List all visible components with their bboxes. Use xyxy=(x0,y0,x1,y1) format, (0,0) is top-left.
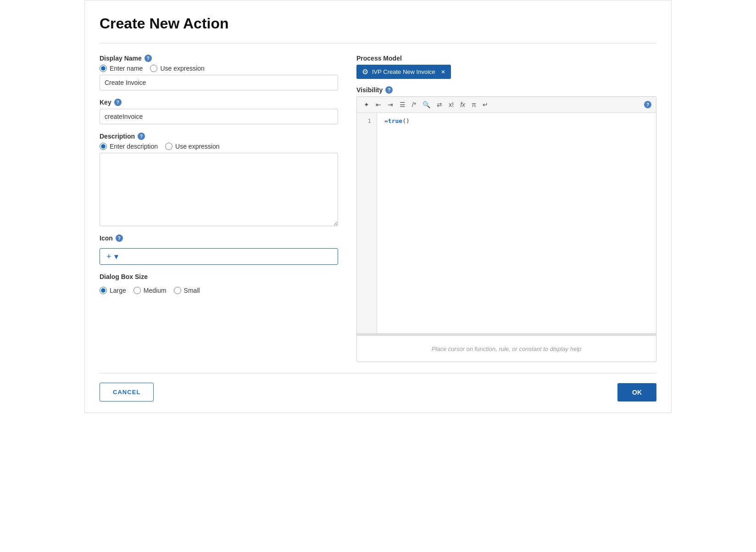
icon-add-button[interactable]: + ▾ xyxy=(100,248,338,265)
description-expression-radio[interactable]: Use expression xyxy=(165,143,220,150)
dialog-footer: CANCEL OK xyxy=(100,373,656,413)
create-action-dialog: Create New Action Display Name ? Enter n… xyxy=(84,0,672,413)
size-large-radio[interactable]: Large xyxy=(100,287,126,294)
right-column: Process Model ⚙ IVP Create New Invoice ✕… xyxy=(356,55,656,362)
process-model-label: Process Model xyxy=(356,55,656,62)
display-name-enter-name-radio[interactable]: Enter name xyxy=(100,65,143,72)
toolbar-fx-btn[interactable]: fx xyxy=(458,100,467,110)
content-row: Display Name ? Enter name Use expression xyxy=(100,55,656,362)
left-column: Display Name ? Enter name Use expression xyxy=(100,55,338,362)
description-textarea[interactable] xyxy=(100,153,338,226)
line-numbers: 1 xyxy=(357,113,377,333)
code-area: 1 =true() xyxy=(357,113,656,333)
size-medium-radio[interactable]: Medium xyxy=(133,287,167,294)
code-content[interactable]: =true() xyxy=(377,113,656,333)
key-help-icon[interactable]: ? xyxy=(114,99,122,106)
icon-help-icon[interactable]: ? xyxy=(116,234,123,242)
visibility-label: Visibility ? xyxy=(356,86,656,94)
description-field: Description ? Enter description Use expr… xyxy=(100,133,338,226)
toolbar-search-btn[interactable]: 🔍 xyxy=(420,100,433,110)
icon-section: Icon ? + ▾ xyxy=(100,234,338,265)
icon-btn-chevron: ▾ xyxy=(114,251,118,262)
key-label: Key ? xyxy=(100,99,338,106)
header-divider xyxy=(100,43,656,44)
toolbar-comment-btn[interactable]: /* xyxy=(410,100,418,110)
editor-help-text: Place cursor on function, rule, or const… xyxy=(357,336,656,362)
description-help-icon[interactable]: ? xyxy=(138,133,145,140)
display-name-field: Display Name ? Enter name Use expression xyxy=(100,55,338,90)
page-title: Create New Action xyxy=(100,15,656,32)
toolbar-help-icon[interactable]: ? xyxy=(644,101,651,108)
toolbar-indent-left-btn[interactable]: ⇤ xyxy=(373,100,384,110)
visibility-help-icon[interactable]: ? xyxy=(385,86,393,94)
dialog-size-radio-group: Large Medium Small xyxy=(100,287,338,294)
key-input[interactable] xyxy=(100,109,338,124)
toolbar-pi-btn[interactable]: π xyxy=(469,100,478,110)
toolbar-xi-btn[interactable]: x! xyxy=(446,100,456,110)
toolbar-indent-right-btn[interactable]: ⇥ xyxy=(385,100,395,110)
editor-toolbar: ✦ ⇤ ⇥ ☰ /* 🔍 ⇄ x! fx π ↵ ? xyxy=(357,97,656,113)
key-field: Key ? xyxy=(100,99,338,124)
cancel-button[interactable]: CANCEL xyxy=(100,383,154,401)
process-model-tag: ⚙ IVP Create New Invoice ✕ xyxy=(356,65,656,79)
display-name-use-expression-radio[interactable]: Use expression xyxy=(150,65,205,72)
icon-label: Icon ? xyxy=(100,234,338,242)
toolbar-swap-btn[interactable]: ⇄ xyxy=(434,100,445,110)
display-name-input[interactable] xyxy=(100,75,338,90)
process-model-icon: ⚙ xyxy=(362,67,368,76)
size-small-radio[interactable]: Small xyxy=(174,287,200,294)
toolbar-return-btn[interactable]: ↵ xyxy=(480,100,490,110)
code-editor: ✦ ⇤ ⇥ ☰ /* 🔍 ⇄ x! fx π ↵ ? xyxy=(356,96,656,362)
visibility-section: Visibility ? ✦ ⇤ ⇥ ☰ /* 🔍 ⇄ x! fx xyxy=(356,86,656,362)
process-model-field: Process Model ⚙ IVP Create New Invoice ✕ xyxy=(356,55,656,79)
dialog-size-section: Dialog Box Size Large Medium Small xyxy=(100,273,338,297)
display-name-label: Display Name ? xyxy=(100,55,338,62)
toolbar-list-btn[interactable]: ☰ xyxy=(397,100,408,110)
display-name-help-icon[interactable]: ? xyxy=(145,55,152,62)
process-model-remove-button[interactable]: ✕ xyxy=(441,69,445,75)
description-radio-group: Enter description Use expression xyxy=(100,143,338,150)
description-enter-radio[interactable]: Enter description xyxy=(100,143,158,150)
display-name-radio-group: Enter name Use expression xyxy=(100,65,338,72)
toolbar-magic-btn[interactable]: ✦ xyxy=(361,100,372,110)
process-model-tag-text: IVP Create New Invoice xyxy=(372,68,435,75)
description-label: Description ? xyxy=(100,133,338,140)
dialog-size-label: Dialog Box Size xyxy=(100,273,338,280)
ok-button[interactable]: OK xyxy=(617,383,656,401)
